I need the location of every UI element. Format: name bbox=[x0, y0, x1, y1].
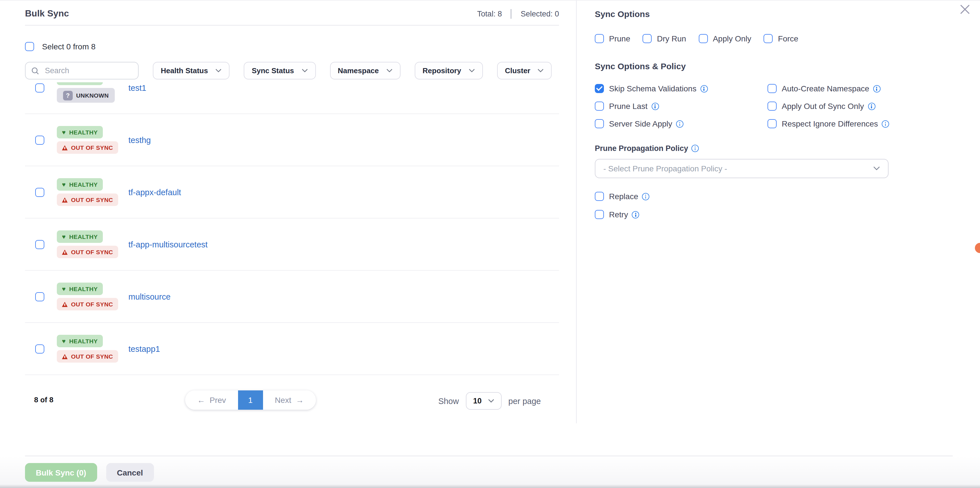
arrow-left-icon: ← bbox=[197, 396, 205, 405]
app-list-pane: Bulk Sync Total: 8 Selected: 0 Select 0 … bbox=[0, 0, 577, 423]
policy-option-checkbox-apply-out-of-sync-only[interactable] bbox=[767, 101, 776, 111]
prev-page-button[interactable]: ← Prev bbox=[185, 390, 238, 410]
info-icon[interactable] bbox=[676, 120, 684, 127]
info-icon[interactable] bbox=[868, 102, 875, 110]
policy-option-checkbox-skip-schema-validations[interactable] bbox=[595, 84, 604, 93]
app-name-link[interactable]: testhg bbox=[128, 135, 151, 144]
app-name-link[interactable]: testapp1 bbox=[128, 344, 160, 353]
sync-options-pane: Sync Options PruneDry RunApply OnlyForce… bbox=[577, 0, 980, 423]
bulk-sync-button[interactable]: Bulk Sync (0) bbox=[25, 463, 97, 482]
chevron-down-icon bbox=[386, 69, 393, 73]
totals: Total: 8 Selected: 0 bbox=[477, 9, 559, 19]
filter-namespace[interactable]: Namespace bbox=[330, 62, 401, 79]
info-icon[interactable] bbox=[642, 193, 650, 200]
window-bottom-edge bbox=[0, 485, 980, 488]
option-label: Dry Run bbox=[657, 34, 686, 43]
filter-repository[interactable]: Repository bbox=[415, 62, 483, 79]
prune-policy-select[interactable]: - Select Prune Propagation Policy - bbox=[595, 159, 889, 178]
filter-sync-status[interactable]: Sync Status bbox=[244, 62, 316, 79]
select-all-row: Select 0 from 8 bbox=[25, 42, 559, 51]
option-label: Replace bbox=[609, 192, 638, 201]
badge-label: HEALTHY bbox=[69, 129, 97, 136]
policy-option-apply-out-of-sync-only: Apply Out of Sync Only bbox=[767, 101, 969, 111]
option-label: Retry bbox=[609, 210, 628, 219]
filter-label: Cluster bbox=[505, 67, 530, 75]
app-name-link[interactable]: multisource bbox=[128, 292, 170, 301]
current-page-button[interactable]: 1 bbox=[238, 390, 263, 410]
info-icon[interactable] bbox=[651, 102, 659, 110]
close-button[interactable] bbox=[957, 2, 972, 16]
policy-options-grid: Skip Schema ValidationsAuto-Create Names… bbox=[595, 84, 969, 128]
search-input[interactable] bbox=[44, 66, 132, 76]
badge-stack: ♥HEALTHYOUT OF SYNC bbox=[57, 178, 116, 206]
pagination-row: 8 of 8 ← Prev 1 Next → Show 10 bbox=[25, 390, 559, 413]
app-name-link[interactable]: tf-app-multisourcetest bbox=[128, 240, 208, 249]
chevron-down-icon bbox=[488, 399, 494, 403]
app-row-testhg: ♥HEALTHYOUT OF SYNCtesthg bbox=[25, 114, 559, 166]
option-label: Force bbox=[778, 34, 799, 43]
toolbar: Health StatusSync StatusNamespaceReposit… bbox=[25, 62, 559, 79]
option-checkbox-force[interactable] bbox=[764, 34, 773, 43]
info-icon[interactable] bbox=[873, 85, 881, 92]
row-checkbox[interactable] bbox=[35, 344, 44, 353]
filter-label: Health Status bbox=[161, 67, 208, 75]
info-icon[interactable] bbox=[700, 85, 708, 92]
policy-option-checkbox-server-side-apply[interactable] bbox=[595, 119, 604, 128]
badge-stack: ♥HEALTHYOUT OF SYNC bbox=[57, 230, 116, 258]
info-icon[interactable] bbox=[692, 145, 699, 152]
filter-cluster[interactable]: Cluster bbox=[497, 62, 552, 79]
question-mark-icon: ? bbox=[63, 90, 73, 100]
option-checkbox-dry-run[interactable] bbox=[643, 34, 652, 43]
select-all-label: Select 0 from 8 bbox=[42, 42, 95, 51]
warning-triangle-icon bbox=[62, 354, 68, 359]
filter-label: Sync Status bbox=[252, 67, 294, 75]
option-checkbox-prune[interactable] bbox=[595, 34, 604, 43]
sync-status-badge: OUT OF SYNC bbox=[57, 350, 118, 363]
option-force: Force bbox=[764, 34, 799, 43]
heart-icon: ♥ bbox=[62, 286, 65, 292]
heart-icon: ♥ bbox=[62, 181, 65, 187]
badge-label: UNKNOWN bbox=[76, 92, 109, 99]
policy-option-checkbox-auto-create-namespace[interactable] bbox=[767, 84, 776, 93]
row-checkbox[interactable] bbox=[35, 240, 44, 249]
policy-option-checkbox-respect-ignore-differences[interactable] bbox=[767, 119, 776, 128]
app-list-viewport: ♥HEALTHY?UNKNOWNtest1♥HEALTHYOUT OF SYNC… bbox=[25, 82, 559, 383]
app-row-tf-appx-default: ♥HEALTHYOUT OF SYNCtf-appx-default bbox=[25, 166, 559, 219]
filter-health-status[interactable]: Health Status bbox=[153, 62, 229, 79]
policy-option-respect-ignore-differences: Respect Ignore Differences bbox=[767, 119, 969, 128]
badge-label: OUT OF SYNC bbox=[71, 249, 113, 255]
app-row-testapp1: ♥HEALTHYOUT OF SYNCtestapp1 bbox=[25, 323, 559, 375]
health-badge: ♥HEALTHY bbox=[57, 178, 103, 191]
badge-label: HEALTHY bbox=[69, 181, 97, 188]
sync-status-badge: OUT OF SYNC bbox=[57, 298, 118, 311]
option-label: Auto-Create Namespace bbox=[782, 84, 869, 93]
page-title: Bulk Sync bbox=[25, 8, 69, 19]
prev-label: Prev bbox=[210, 396, 226, 405]
chevron-down-icon bbox=[215, 69, 221, 73]
left-header: Bulk Sync Total: 8 Selected: 0 bbox=[25, 0, 559, 25]
cancel-button[interactable]: Cancel bbox=[106, 463, 154, 482]
sync-status-badge: ?UNKNOWN bbox=[57, 88, 115, 103]
option-replace: Replace bbox=[595, 192, 969, 201]
sync-status-badge: OUT OF SYNC bbox=[57, 246, 118, 258]
page-summary: 8 of 8 bbox=[34, 396, 53, 404]
row-checkbox[interactable] bbox=[35, 135, 44, 144]
page-size-select[interactable]: 10 bbox=[466, 392, 501, 410]
badge-stack: ♥HEALTHYOUT OF SYNC bbox=[57, 283, 116, 311]
row-checkbox[interactable] bbox=[35, 187, 44, 196]
info-icon[interactable] bbox=[632, 211, 640, 218]
option-checkbox-retry[interactable] bbox=[595, 210, 604, 219]
next-page-button[interactable]: Next → bbox=[263, 390, 316, 410]
info-icon[interactable] bbox=[882, 120, 889, 127]
app-name-link[interactable]: tf-appx-default bbox=[128, 187, 181, 196]
row-checkbox[interactable] bbox=[35, 292, 44, 301]
row-checkbox[interactable] bbox=[35, 83, 44, 92]
select-all-checkbox[interactable] bbox=[25, 42, 34, 51]
option-checkbox-apply-only[interactable] bbox=[698, 34, 708, 43]
policy-section-title: Sync Options & Policy bbox=[595, 61, 969, 71]
badge-stack: ♥HEALTHYOUT OF SYNC bbox=[57, 335, 116, 363]
badge-label: OUT OF SYNC bbox=[71, 144, 113, 151]
app-name-link[interactable]: test1 bbox=[128, 83, 146, 92]
policy-option-checkbox-prune-last[interactable] bbox=[595, 101, 604, 111]
option-checkbox-replace[interactable] bbox=[595, 192, 604, 201]
